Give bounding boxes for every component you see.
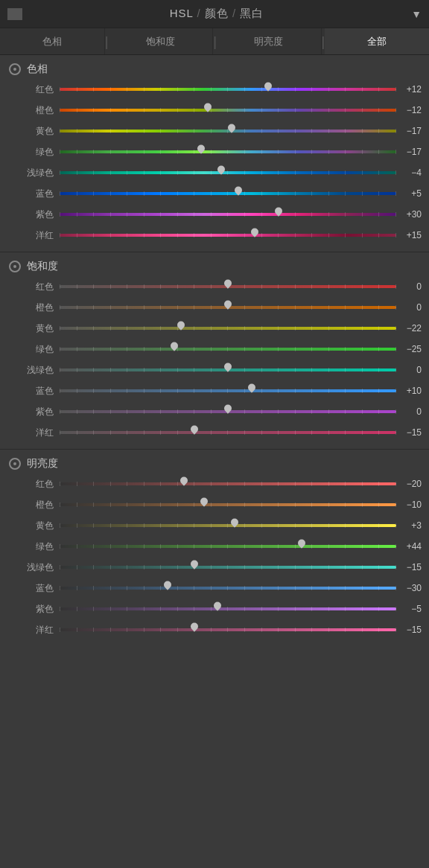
sat-purple-label: 紫色 — [19, 406, 54, 418]
sat-red-row: 红色 0 — [0, 276, 429, 297]
hue-red-value: +12 — [396, 84, 422, 95]
lum-blue-row: 蓝色 −30 — [0, 578, 429, 599]
lum-magenta-label: 洋红 — [19, 624, 54, 636]
sat-magenta-label: 洋红 — [19, 427, 54, 439]
sat-red-value: 0 — [396, 281, 422, 292]
sat-section-title: 饱和度 — [27, 260, 58, 273]
sat-purple-row: 紫色 0 — [0, 401, 429, 422]
lum-orange-label: 橙色 — [19, 499, 54, 511]
hue-blue-track-wrap[interactable] — [60, 188, 396, 199]
tab-hue[interactable]: 色相 — [0, 28, 105, 54]
hue-red-row: 红色 +12 — [0, 79, 429, 100]
hue-yellow-value: −17 — [396, 126, 422, 136]
lum-orange-row: 橙色 −10 — [0, 494, 429, 515]
lum-green-value: +44 — [396, 541, 422, 552]
sat-aqua-label: 浅绿色 — [19, 364, 54, 377]
hue-yellow-track-wrap[interactable] — [60, 126, 396, 136]
lum-magenta-value: −15 — [396, 625, 422, 635]
tab-saturation[interactable]: 饱和度 — [108, 28, 213, 54]
hue-orange-value: −12 — [396, 105, 422, 115]
lum-yellow-row: 黄色 +3 — [0, 515, 429, 536]
hue-aqua-value: −4 — [396, 167, 422, 178]
hue-yellow-label: 黄色 — [19, 125, 54, 138]
hue-yellow-row: 黄色 −17 — [0, 121, 429, 141]
hue-purple-row: 紫色 +30 — [0, 204, 429, 225]
lum-section-title: 明亮度 — [27, 457, 58, 470]
header: HSL / 颜色 / 黑白 ▼ — [0, 0, 429, 28]
hue-green-track-wrap[interactable] — [60, 147, 396, 157]
sat-orange-label: 橙色 — [19, 301, 54, 314]
panel-icon[interactable] — [7, 8, 22, 20]
hue-orange-row: 橙色 −12 — [0, 100, 429, 121]
hue-magenta-track-wrap[interactable] — [60, 230, 396, 240]
lum-blue-label: 蓝色 — [19, 582, 54, 595]
lum-red-label: 红色 — [19, 478, 54, 491]
sat-blue-value: +10 — [396, 386, 422, 396]
lum-aqua-value: −15 — [396, 562, 422, 572]
lum-purple-value: −5 — [396, 604, 422, 614]
dropdown-icon[interactable]: ▼ — [411, 8, 422, 20]
sat-green-label: 绿色 — [19, 343, 54, 356]
sat-magenta-row: 洋红 −15 — [0, 422, 429, 443]
hue-red-track-wrap[interactable] — [60, 84, 396, 95]
hue-green-value: −17 — [396, 147, 422, 157]
hue-aqua-label: 浅绿色 — [19, 167, 54, 179]
bw-label[interactable]: 黑白 — [240, 7, 264, 19]
lum-yellow-value: +3 — [396, 520, 422, 531]
hue-magenta-row: 洋红 +15 — [0, 225, 429, 246]
hue-purple-track-wrap[interactable] — [60, 209, 396, 220]
sat-aqua-row: 浅绿色 0 — [0, 360, 429, 380]
lum-orange-value: −10 — [396, 500, 422, 510]
lum-magenta-row: 洋红 −15 — [0, 619, 429, 640]
hue-red-label: 红色 — [19, 83, 54, 96]
sat-yellow-label: 黄色 — [19, 322, 54, 335]
sat-yellow-row: 黄色 −22 — [0, 318, 429, 339]
hue-target-icon[interactable] — [9, 63, 21, 75]
lum-green-label: 绿色 — [19, 540, 54, 553]
hue-magenta-value: +15 — [396, 230, 422, 240]
color-label[interactable]: 颜色 — [205, 7, 229, 19]
lum-red-row: 红色 −20 — [0, 473, 429, 494]
sat-orange-row: 橙色 0 — [0, 297, 429, 318]
sat-green-row: 绿色 −25 — [0, 339, 429, 360]
lum-yellow-label: 黄色 — [19, 520, 54, 532]
lum-section: 明亮度 红色 −20 橙色 −10 黄色 +3 — [0, 450, 429, 646]
header-title: HSL / 颜色 / 黑白 — [22, 7, 411, 21]
sat-blue-row: 蓝色 +10 — [0, 380, 429, 401]
lum-blue-value: −30 — [396, 583, 422, 593]
hue-green-row: 绿色 −17 — [0, 141, 429, 162]
hue-aqua-track-wrap[interactable] — [60, 167, 396, 178]
sat-yellow-value: −22 — [396, 323, 422, 334]
hue-green-label: 绿色 — [19, 146, 54, 159]
lum-purple-label: 紫色 — [19, 603, 54, 616]
sat-target-icon[interactable] — [9, 261, 21, 272]
lum-section-header: 明亮度 — [0, 454, 429, 473]
tab-luminance[interactable]: 明亮度 — [217, 28, 322, 54]
hue-blue-label: 蓝色 — [19, 188, 54, 200]
sat-purple-value: 0 — [396, 406, 422, 417]
hue-orange-label: 橙色 — [19, 104, 54, 117]
lum-aqua-label: 浅绿色 — [19, 561, 54, 574]
sat-orange-value: 0 — [396, 302, 422, 313]
hue-blue-row: 蓝色 +5 — [0, 183, 429, 204]
sat-section: 饱和度 红色 0 橙色 0 黄色 −22 — [0, 252, 429, 450]
lum-red-value: −20 — [396, 479, 422, 489]
tab-all[interactable]: 全部 — [325, 28, 429, 54]
sat-blue-label: 蓝色 — [19, 385, 54, 398]
hue-purple-label: 紫色 — [19, 208, 54, 221]
lum-green-row: 绿色 +44 — [0, 536, 429, 557]
hue-aqua-row: 浅绿色 −4 — [0, 162, 429, 183]
tab-bar: 色相 | 饱和度 | 明亮度 | 全部 — [0, 28, 429, 55]
hsl-label[interactable]: HSL — [170, 7, 194, 19]
hue-magenta-label: 洋红 — [19, 229, 54, 242]
lum-purple-row: 紫色 −5 — [0, 599, 429, 619]
hue-purple-value: +30 — [396, 209, 422, 220]
lum-target-icon[interactable] — [9, 458, 21, 470]
hue-orange-track-wrap[interactable] — [60, 105, 396, 115]
sat-section-header: 饱和度 — [0, 257, 429, 276]
sat-red-label: 红色 — [19, 281, 54, 293]
lum-aqua-row: 浅绿色 −15 — [0, 557, 429, 578]
hue-blue-value: +5 — [396, 188, 422, 199]
sat-green-value: −25 — [396, 344, 422, 354]
hue-section-header: 色相 — [0, 60, 429, 79]
